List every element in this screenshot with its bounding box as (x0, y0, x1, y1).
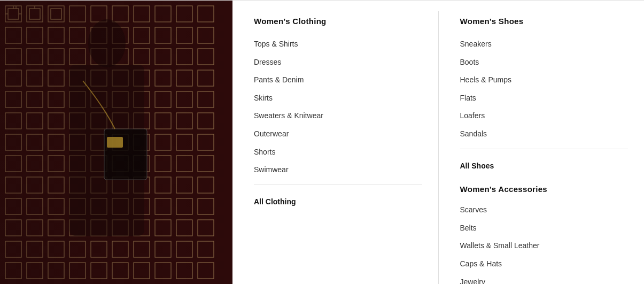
accessories-title: Women's Accessories (460, 185, 629, 194)
menu-item-belts[interactable]: Belts (460, 219, 629, 237)
menu-item-skirts[interactable]: Skirts (254, 89, 422, 108)
clothing-title: Women's Clothing (254, 17, 422, 26)
clothing-divider (254, 185, 422, 185)
menu-item-jewelry[interactable]: Jewelry (460, 273, 629, 284)
menu-columns: Women's Clothing Tops & Shirts Dresses P… (232, 1, 644, 284)
menu-item-sandals[interactable]: Sandals (460, 125, 629, 143)
menu-item-wallets-small-leather[interactable]: Wallets & Small Leather (460, 237, 629, 255)
promo-image (0, 1, 232, 284)
svg-rect-143 (0, 1, 232, 284)
menu-item-shorts[interactable]: Shorts (254, 143, 422, 162)
menu-item-caps-hats[interactable]: Caps & Hats (460, 255, 629, 273)
menu-item-boots[interactable]: Boots (460, 53, 629, 72)
clothing-column: Women's Clothing Tops & Shirts Dresses P… (232, 11, 439, 284)
promo-image-panel (0, 1, 232, 284)
shoes-divider (460, 149, 629, 149)
menu-item-tops-shirts[interactable]: Tops & Shirts (254, 35, 422, 53)
menu-item-swimwear[interactable]: Swimwear (254, 161, 422, 179)
shoes-title: Women's Shoes (460, 17, 629, 26)
menu-item-pants-denim[interactable]: Pants & Denim (254, 71, 422, 89)
shoes-accessories-column: Women's Shoes Sneakers Boots Heels & Pum… (439, 11, 645, 284)
menu-item-all-shoes[interactable]: All Shoes (460, 155, 629, 175)
menu-item-sneakers[interactable]: Sneakers (460, 35, 629, 53)
menu-item-outerwear[interactable]: Outerwear (254, 125, 422, 143)
menu-item-flats[interactable]: Flats (460, 89, 629, 108)
menu-item-scarves[interactable]: Scarves (460, 201, 629, 219)
menu-item-all-clothing[interactable]: All Clothing (254, 190, 422, 211)
mega-menu: Women's Clothing Tops & Shirts Dresses P… (0, 0, 644, 284)
menu-item-sweaters-knitwear[interactable]: Sweaters & Knitwear (254, 107, 422, 125)
menu-item-heels-pumps[interactable]: Heels & Pumps (460, 71, 629, 89)
menu-item-dresses[interactable]: Dresses (254, 53, 422, 72)
menu-item-loafers[interactable]: Loafers (460, 107, 629, 125)
